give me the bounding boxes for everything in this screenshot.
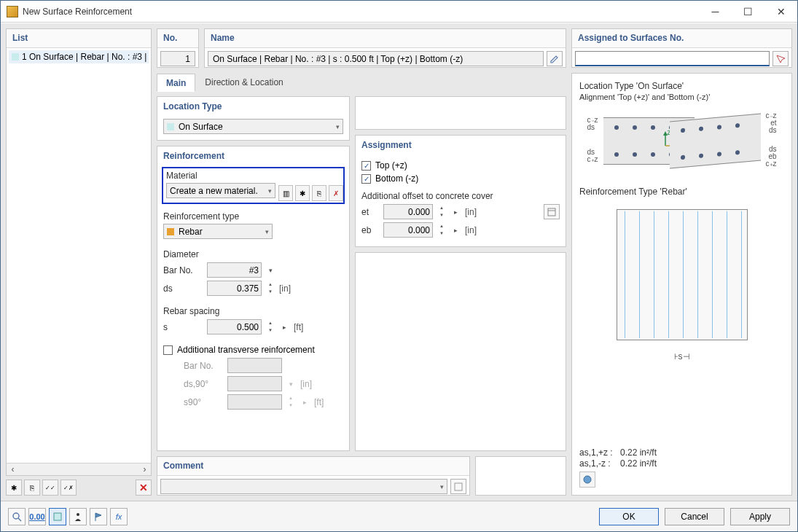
material-new-button[interactable]: ✱ [295, 185, 310, 201]
location-type-header: Location Type [157, 97, 349, 116]
offset-label: Additional offset to concrete cover [361, 191, 560, 201]
tool-units[interactable]: 0.00 [28, 508, 46, 525]
bottom-checkbox[interactable]: ✓ [361, 174, 371, 184]
no-header: No. [157, 29, 198, 48]
offset-settings-button[interactable] [544, 204, 560, 219]
eb-input[interactable]: 0.000 [383, 222, 433, 238]
name-input[interactable] [208, 51, 544, 66]
delete-item-button[interactable]: ✕ [136, 480, 152, 496]
pick-surfaces-button[interactable] [772, 51, 789, 66]
results-info-button[interactable] [579, 472, 595, 488]
check-all-button[interactable]: ✓✓ [42, 480, 58, 496]
comment-header: Comment [157, 457, 469, 476]
edit-name-button[interactable] [547, 51, 563, 66]
material-delete-button[interactable]: ✗ [329, 185, 343, 201]
list-body[interactable]: 1 On Surface | Rebar | No. : #3 | s : 0.… [7, 48, 151, 463]
assigned-panel: Assigned to Surfaces No. [571, 28, 792, 68]
ds-input[interactable]: 0.375 [207, 281, 262, 296]
flag-icon [93, 512, 103, 522]
s-unit: [ft] [294, 322, 303, 332]
eb-unit: [in] [465, 225, 477, 235]
uncheck-all-button[interactable]: ✓✗ [60, 480, 77, 496]
r1-value: 0.22 in²/ft [620, 447, 657, 458]
t-barno-label: Bar No. [163, 361, 224, 371]
comment-notes-button[interactable] [450, 479, 466, 494]
eb-extra[interactable]: ▸ [450, 222, 461, 238]
ds-spinner[interactable]: ▲▼ [265, 281, 275, 296]
barno-dropdown-button[interactable]: ▾ [265, 262, 276, 278]
t-s-spinner: ▲▼ [286, 395, 296, 410]
material-dropdown[interactable]: Create a new material. ▾ [166, 183, 275, 198]
rtype-value: Rebar [179, 227, 203, 237]
svg-point-11 [77, 513, 79, 516]
results: as,1,+z :0.22 in²/ft as,1,-z :0.22 in²/f… [579, 447, 784, 488]
ds-unit: [in] [279, 283, 291, 294]
transverse-checkbox[interactable]: ✓ [163, 345, 173, 355]
tabs: Main Direction & Location [157, 73, 566, 91]
app-icon [7, 6, 18, 17]
location-type-dropdown[interactable]: On Surface ▾ [163, 119, 343, 134]
rtype-dropdown[interactable]: Rebar ▾ [163, 224, 273, 239]
tool-search[interactable] [8, 508, 26, 525]
eb-label: eb [361, 225, 380, 235]
s-extra-button[interactable]: ▸ [279, 319, 290, 335]
rebar-s-dim: ⊦s⊣ [579, 351, 784, 361]
ok-button[interactable]: OK [599, 508, 659, 525]
r1-label: as,1,+z : [579, 447, 616, 458]
r2-value: 0.22 in²/ft [620, 458, 657, 469]
chevron-down-icon: ▾ [336, 123, 340, 130]
t-s-extra: ▸ [300, 394, 310, 410]
cancel-button[interactable]: Cancel [665, 508, 724, 525]
loc-diag-sub: Alignment 'Top (+z)' and 'Bottom (-z)' [579, 93, 784, 101]
eb-spinner[interactable]: ▲▼ [437, 223, 447, 238]
spacer-panel [475, 456, 566, 496]
tab-main[interactable]: Main [157, 74, 195, 92]
diameter-label: Diameter [163, 249, 343, 259]
s-spinner[interactable]: ▲▼ [265, 320, 275, 335]
copy-item-button[interactable]: ⎘ [24, 480, 40, 496]
material-library-button[interactable]: ▥ [278, 185, 293, 201]
maximize-button[interactable]: ☐ [732, 1, 764, 22]
svg-rect-2 [455, 483, 462, 490]
assigned-header: Assigned to Surfaces No. [572, 29, 791, 48]
s-label: s [163, 322, 203, 332]
note-icon [454, 482, 463, 491]
location-diagram: z y c₋z ds ds c₊z c₋z et ds ds eb c₊z [587, 110, 777, 172]
t-s-label: s90° [163, 397, 224, 407]
window-title: New Surface Reinforcement [23, 7, 699, 17]
tool-view[interactable] [49, 508, 66, 525]
close-button[interactable]: ✕ [764, 1, 797, 22]
comment-dropdown[interactable]: ▾ [160, 479, 447, 494]
loc-diag-title: Location Type 'On Surface' [579, 81, 784, 91]
assignment-header: Assignment [356, 136, 566, 154]
t-ds-dd: ▾ [286, 376, 297, 391]
titlebar: New Surface Reinforcement ─ ☐ ✕ [1, 1, 797, 23]
list-scrollbar-horizontal[interactable]: ‹ › [7, 463, 151, 475]
assigned-input[interactable] [575, 51, 770, 66]
tool-person[interactable] [69, 508, 87, 525]
apply-button[interactable]: Apply [730, 508, 790, 525]
et-extra[interactable]: ▸ [450, 204, 461, 219]
new-item-button[interactable]: ✱ [6, 480, 22, 496]
chevron-down-icon: ▾ [265, 228, 269, 235]
t-ds-input [227, 376, 282, 391]
table-icon [547, 208, 556, 216]
scroll-left-icon[interactable]: ‹ [7, 463, 19, 476]
list-item[interactable]: 1 On Surface | Rebar | No. : #3 | s : 0.… [9, 50, 149, 63]
chevron-down-icon: ▾ [268, 187, 272, 195]
picker-icon [775, 54, 786, 64]
tool-flag[interactable] [90, 508, 107, 525]
scroll-right-icon[interactable]: › [138, 463, 151, 476]
et-spinner[interactable]: ▲▼ [437, 205, 447, 219]
no-input[interactable] [160, 51, 195, 66]
et-input[interactable]: 0.000 [383, 204, 433, 219]
list-item-text: 1 On Surface | Rebar | No. : #3 | s : 0.… [22, 52, 149, 62]
svg-rect-0 [548, 208, 555, 216]
material-copy-button[interactable]: ⎘ [312, 185, 326, 201]
tab-direction-location[interactable]: Direction & Location [195, 73, 292, 91]
tool-fx[interactable]: fx [110, 508, 128, 525]
minimize-button[interactable]: ─ [699, 1, 732, 22]
barno-input[interactable]: #3 [207, 262, 262, 278]
s-input[interactable]: 0.500 [207, 319, 262, 335]
top-checkbox[interactable]: ✓ [361, 161, 371, 171]
